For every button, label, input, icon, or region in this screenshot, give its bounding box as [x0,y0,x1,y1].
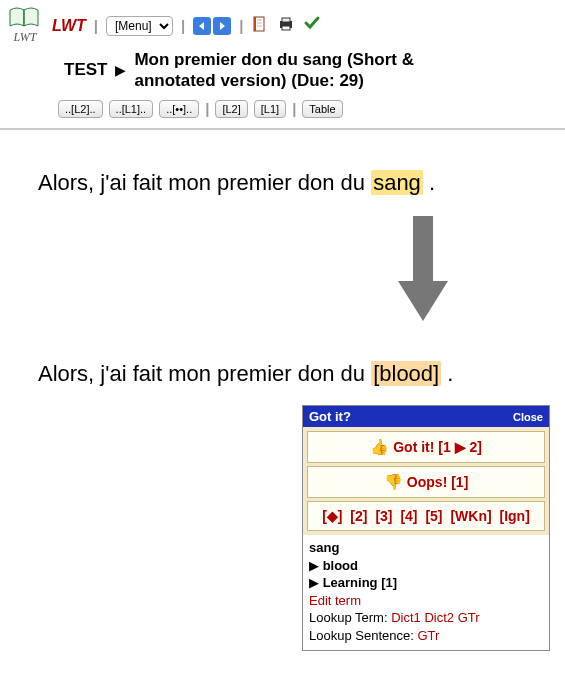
svg-rect-7 [282,18,290,22]
test-label: TEST [64,60,107,80]
separator: | [239,17,243,34]
logo-text: LWT [14,30,37,45]
toolbar-buttons: ..[L2].. ..[L1].. ..[••].. | [L2] [L1] |… [58,100,557,118]
book-icon [8,6,42,30]
sentence-prefix: Alors, j'ai fait mon premier don du [38,361,371,386]
mode-l1-dots-button[interactable]: ..[L1].. [109,100,154,118]
sentence-suffix: . [441,361,453,386]
svg-rect-8 [282,26,290,30]
brand-label[interactable]: LWT [52,17,86,35]
mode-l2-dots-button[interactable]: ..[L2].. [58,100,103,118]
printer-icon[interactable] [277,15,295,37]
answer-popup: Got it? Close 👍 Got it! [1 ▶ 2] 👎 Oops! … [302,405,550,407]
mode-l2-button[interactable]: [L2] [215,100,247,118]
arrow-left-icon [197,21,207,31]
title-row: TEST ▶ Mon premier don du sang (Short & … [64,49,557,92]
arrow-down-icon [300,216,545,326]
test-sentence-original: Alors, j'ai fait mon premier don du sang… [38,170,535,196]
nav-prev-button[interactable] [193,17,211,35]
sentence-prefix: Alors, j'ai fait mon premier don du [38,170,371,195]
nav-next-button[interactable] [213,17,231,35]
separator: | [292,100,296,117]
notebook-icon[interactable] [251,15,269,37]
popup-titlebar: Got it? Close [303,406,549,407]
arrow-right-icon [217,21,227,31]
sentence-suffix: . [423,170,435,195]
separator: | [181,17,185,34]
tested-word-translated[interactable]: [blood] [371,361,441,386]
svg-rect-2 [254,17,256,31]
test-sentence-translated: Alors, j'ai fait mon premier don du [blo… [38,361,535,387]
nav-arrows [193,17,231,35]
mode-dotdot-button[interactable]: ..[••].. [159,100,199,118]
content-area: Alors, j'ai fait mon premier don du sang… [0,130,565,407]
mode-table-button[interactable]: Table [302,100,342,118]
separator: | [94,17,98,34]
mode-l1-button[interactable]: [L1] [254,100,286,118]
svg-rect-9 [413,216,433,281]
app-logo: LWT [8,6,42,45]
checkmark-icon[interactable] [303,14,321,37]
play-icon: ▶ [115,62,126,78]
tested-word-original[interactable]: sang [371,170,423,195]
separator: | [205,100,209,117]
page-title: Mon premier don du sang (Short & annotat… [134,49,474,92]
top-row: LWT LWT | [Menu] | | [8,6,557,45]
menu-dropdown[interactable]: [Menu] [106,16,173,36]
header-bar: LWT LWT | [Menu] | | TEST ▶ Mon premi [0,0,565,130]
